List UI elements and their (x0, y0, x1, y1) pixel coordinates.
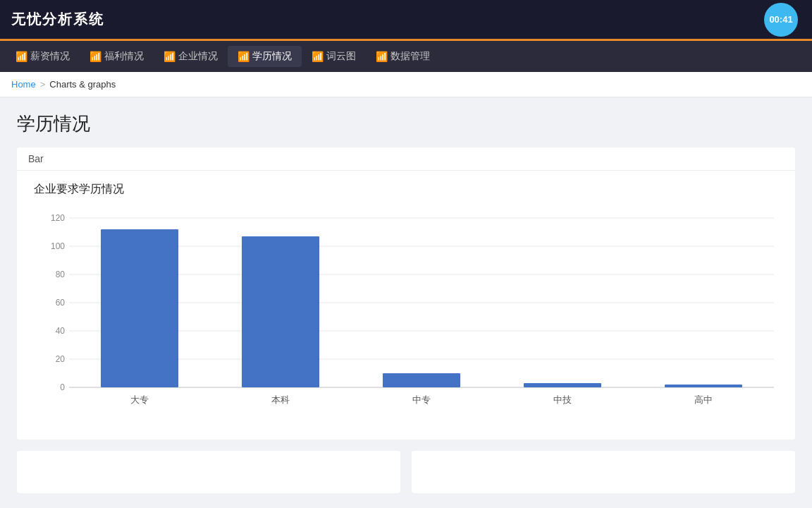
svg-text:0: 0 (60, 382, 65, 392)
svg-text:本科: 本科 (271, 394, 290, 405)
nav-item-company[interactable]: 📶 企业情况 (154, 46, 228, 67)
svg-text:中专: 中专 (412, 394, 431, 405)
nav-item-welfare[interactable]: 📶 福利情况 (80, 46, 154, 67)
svg-rect-19 (383, 373, 460, 387)
chart-type-label: Bar (17, 147, 795, 171)
breadcrumb-separator: > (40, 79, 46, 90)
svg-rect-23 (665, 385, 742, 387)
header: 无忧分析系统 00:41 (0, 0, 812, 41)
main-nav: 📶 薪资情况 📶 福利情况 📶 企业情况 📶 学历情况 📶 词云图 📶 数据管理 (0, 41, 812, 72)
timer-badge: 00:41 (764, 3, 798, 37)
company-icon: 📶 (164, 51, 176, 62)
nav-label-welfare: 福利情况 (104, 50, 144, 63)
svg-text:120: 120 (51, 213, 65, 223)
wordcloud-icon: 📶 (312, 51, 324, 62)
nav-label-datamanage: 数据管理 (390, 50, 430, 63)
nav-label-company: 企业情况 (178, 50, 218, 63)
page-title: 学历情况 (17, 111, 795, 136)
chart-section: Bar 企业要求学历情况 020406080100120大专本科中专中技高中 (17, 147, 795, 440)
svg-text:高中: 高中 (694, 394, 713, 405)
chart-title: 企业要求学历情况 (34, 182, 778, 197)
svg-text:80: 80 (56, 270, 66, 279)
svg-rect-17 (242, 236, 319, 387)
chart-container: 企业要求学历情况 020406080100120大专本科中专中技高中 (17, 171, 795, 440)
svg-text:100: 100 (51, 241, 65, 251)
svg-text:20: 20 (56, 354, 66, 364)
datamanage-icon: 📶 (376, 51, 388, 62)
nav-item-salary[interactable]: 📶 薪资情况 (6, 46, 80, 67)
nav-label-wordcloud: 词云图 (326, 50, 356, 63)
svg-text:大专: 大专 (130, 394, 149, 405)
app-title: 无忧分析系统 (11, 10, 104, 29)
chart-svg-wrapper: 020406080100120大专本科中专中技高中 (34, 211, 778, 425)
bar-chart-svg: 020406080100120大专本科中专中技高中 (34, 211, 795, 423)
breadcrumb: Home > Charts & graphs (0, 72, 812, 97)
nav-item-education[interactable]: 📶 学历情况 (228, 46, 302, 67)
bottom-card-right (412, 451, 795, 493)
svg-text:60: 60 (56, 298, 66, 308)
nav-label-education: 学历情况 (252, 50, 292, 63)
nav-label-salary: 薪资情况 (30, 50, 70, 63)
svg-text:中技: 中技 (553, 394, 572, 405)
bottom-card-left (17, 451, 400, 493)
svg-rect-21 (524, 383, 601, 387)
page-content: 学历情况 Bar 企业要求学历情况 020406080100120大专本科中专中… (0, 97, 812, 493)
svg-text:40: 40 (56, 326, 66, 336)
salary-icon: 📶 (16, 51, 27, 62)
nav-item-wordcloud[interactable]: 📶 词云图 (302, 46, 366, 67)
breadcrumb-current: Charts & graphs (49, 79, 116, 90)
education-icon: 📶 (238, 51, 250, 62)
breadcrumb-home[interactable]: Home (11, 79, 36, 90)
nav-item-datamanage[interactable]: 📶 数据管理 (366, 46, 440, 67)
bottom-row (17, 451, 795, 493)
welfare-icon: 📶 (90, 51, 102, 62)
svg-rect-15 (101, 229, 178, 387)
